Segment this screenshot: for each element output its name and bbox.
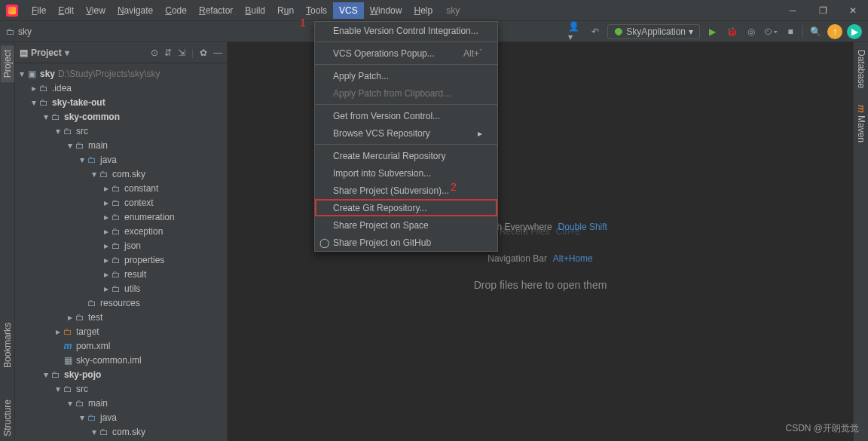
navbar-label: Navigation Bar: [487, 253, 547, 264]
breadcrumb-project: sky: [18, 26, 32, 37]
sidebar-tab-maven[interactable]: m Maven: [854, 100, 868, 147]
tree-java[interactable]: java: [100, 155, 117, 165]
vcs-apply-patch-clipboard: Apply Patch from Clipboard...: [315, 84, 497, 102]
tree-idea[interactable]: .idea: [52, 83, 72, 93]
github-icon: ◯: [319, 237, 329, 248]
right-tool-strip: Database m Maven: [853, 42, 868, 441]
vcs-get-from-vc[interactable]: Get from Version Control...: [315, 107, 497, 124]
ide-updates-icon[interactable]: ↑: [827, 24, 842, 39]
titlebar: File Edit View Navigate Code Refactor Bu…: [0, 0, 868, 21]
tree-enum[interactable]: enumeration: [124, 212, 175, 222]
menu-file[interactable]: File: [26, 2, 52, 19]
chevron-down-icon: ▾: [65, 47, 69, 58]
tree-src2[interactable]: src: [76, 384, 88, 394]
tree-result[interactable]: result: [124, 269, 146, 280]
vcs-operations-popup[interactable]: VCS Operations Popup...Alt+`: [315, 44, 497, 62]
vcs-create-mercurial[interactable]: Create Mercurial Repository: [315, 147, 497, 164]
menu-build[interactable]: Build: [239, 2, 271, 19]
tree-test[interactable]: test: [88, 312, 102, 323]
sidebar-tab-project[interactable]: Project: [1, 45, 14, 82]
close-button[interactable]: ✕: [838, 0, 868, 21]
project-icon: ▤: [20, 47, 28, 58]
select-opened-file-icon[interactable]: ⊙: [151, 47, 158, 58]
tree-properties[interactable]: properties: [124, 255, 164, 265]
menu-run[interactable]: Run: [271, 2, 300, 19]
search-button[interactable]: 🔍: [808, 24, 823, 39]
tree-resources[interactable]: resources: [100, 298, 140, 308]
project-tool-window: ▤ Project ▾ ⊙ ⇵ ⇲ | ✿ — ▾▣skyD:\Study\Pr…: [15, 42, 228, 441]
window-controls: ─ ❐ ✕: [778, 0, 868, 21]
recent-shortcut: Ctrl+E: [555, 226, 581, 237]
vcs-share-space[interactable]: Share Project on Space: [315, 216, 497, 234]
vcs-browse-repo[interactable]: Browse VCS Repository▸: [315, 124, 497, 142]
run-config-label: SkyApplication: [626, 26, 686, 37]
tree-context[interactable]: context: [124, 198, 154, 208]
tree-main2[interactable]: main: [88, 398, 108, 409]
tree-java2[interactable]: java: [100, 412, 117, 423]
sidebar-tab-database[interactable]: Database: [854, 45, 868, 93]
submenu-arrow-icon: ▸: [478, 128, 482, 139]
recent-files-label: Recent Files: [500, 226, 550, 237]
breadcrumb[interactable]: 🗀 sky: [6, 26, 32, 37]
tree-constant[interactable]: constant: [124, 183, 158, 194]
annotation-1: 1: [300, 17, 306, 29]
vcs-create-git-repo[interactable]: Create Git Repository...: [315, 199, 497, 216]
users-icon[interactable]: 👤▾: [568, 24, 583, 39]
tree-src[interactable]: src: [76, 126, 88, 136]
stop-button[interactable]: ■: [783, 24, 798, 39]
vcs-apply-patch[interactable]: Apply Patch...: [315, 67, 497, 84]
project-tree[interactable]: ▾▣skyD:\Study\Projects\sky\sky ▸🗀.idea ▾…: [15, 63, 227, 441]
vcs-share-svn[interactable]: Share Project (Subversion)...: [315, 182, 497, 199]
expand-all-icon[interactable]: ⇵: [164, 47, 172, 58]
tree-iml[interactable]: sky-common.iml: [76, 355, 142, 366]
menu-refactor[interactable]: Refactor: [193, 2, 239, 19]
vcs-enable-integration[interactable]: Enable Version Control Integration...: [315, 22, 497, 39]
menu-view[interactable]: View: [80, 2, 112, 19]
watermark: CSDN @开朗觉觉: [785, 422, 859, 435]
menu-window[interactable]: Window: [364, 2, 408, 19]
chevron-down-icon: ▾: [689, 26, 693, 37]
menu-vcs[interactable]: VCS: [333, 2, 364, 19]
panel-title[interactable]: ▤ Project ▾: [20, 47, 69, 58]
vcs-share-github[interactable]: ◯Share Project on GitHub: [315, 234, 497, 251]
tree-comsky[interactable]: com.sky: [112, 169, 145, 179]
profiler-button[interactable]: ⏲▾: [763, 24, 778, 39]
annotation-2: 2: [451, 181, 457, 193]
vcs-import-svn[interactable]: Import into Subversion...: [315, 164, 497, 182]
menu-code[interactable]: Code: [159, 2, 193, 19]
tree-take-out[interactable]: sky-take-out: [52, 97, 105, 108]
tree-comsky2[interactable]: com.sky: [112, 427, 145, 437]
back-button[interactable]: ↶: [588, 24, 603, 39]
spring-leaf-icon: ⯃: [614, 26, 623, 37]
tree-pom[interactable]: pom.xml: [76, 341, 110, 351]
tree-exception[interactable]: exception: [124, 226, 163, 237]
run-button[interactable]: ▶: [704, 24, 720, 39]
run-configuration-dropdown[interactable]: ⯃ SkyApplication ▾: [607, 24, 700, 39]
tree-pojo[interactable]: sky-pojo: [64, 369, 101, 380]
app-logo-icon: [6, 5, 18, 17]
collapse-all-icon[interactable]: ⇲: [178, 47, 185, 58]
tree-json[interactable]: json: [124, 240, 141, 251]
menu-help[interactable]: Help: [408, 2, 439, 19]
tree-common[interactable]: sky-common: [64, 112, 120, 122]
hide-icon[interactable]: —: [213, 47, 222, 58]
minimize-button[interactable]: ─: [778, 0, 808, 21]
navbar-shortcut: Alt+Home: [553, 253, 593, 264]
vcs-dropdown-menu: Enable Version Control Integration... VC…: [314, 21, 498, 252]
menu-navigate[interactable]: Navigate: [112, 2, 159, 19]
sidebar-tab-bookmarks[interactable]: Bookmarks: [1, 318, 14, 372]
settings-icon[interactable]: ✿: [200, 47, 207, 58]
sidebar-tab-structure[interactable]: Structure: [1, 395, 14, 441]
ide-features-icon[interactable]: ▶: [847, 24, 862, 39]
debug-button[interactable]: 🐞: [724, 24, 739, 39]
tree-target[interactable]: target: [76, 326, 99, 337]
maximize-button[interactable]: ❐: [808, 0, 838, 21]
tree-main[interactable]: main: [88, 140, 108, 151]
menu-edit[interactable]: Edit: [52, 2, 80, 19]
drop-hint: Drop files here to open them: [474, 279, 607, 291]
tree-utils[interactable]: utils: [124, 283, 140, 294]
coverage-button[interactable]: ◎: [744, 24, 759, 39]
tree-root[interactable]: sky: [40, 69, 55, 79]
project-panel-header: ▤ Project ▾ ⊙ ⇵ ⇲ | ✿ —: [15, 42, 227, 63]
left-tool-strip: Project Bookmarks Structure: [0, 42, 15, 441]
